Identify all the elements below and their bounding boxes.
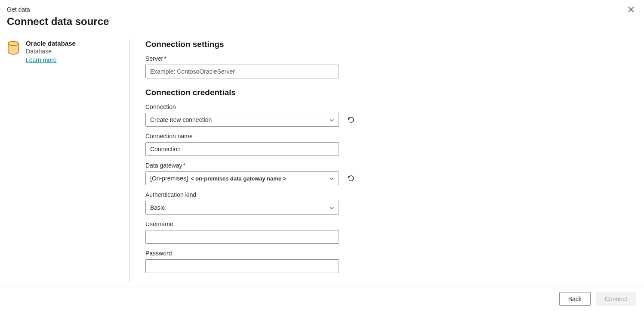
connection-name-input[interactable] [145,142,339,156]
source-name: Oracle database [26,40,76,47]
connect-button[interactable]: Connect [596,292,636,306]
username-input[interactable] [145,230,339,244]
refresh-icon [347,116,355,124]
chevron-down-icon [329,176,334,181]
oracle-database-icon [7,40,20,54]
dialog-header: Get data Connect data source [0,0,644,28]
username-label: Username [145,221,637,227]
refresh-gateway-button[interactable] [347,174,355,183]
required-asterisk: * [183,162,185,169]
data-gateway-label: Data gateway* [145,162,637,169]
server-input[interactable] [145,65,339,78]
password-label: Password [145,250,637,257]
required-asterisk: * [164,55,166,62]
connection-label: Connection [145,103,637,110]
breadcrumb: Get data [7,6,637,13]
data-source-sidebar: Oracle database Database Learn more [7,40,130,282]
connection-credentials-heading: Connection credentials [145,88,637,97]
refresh-connection-button[interactable] [347,115,355,124]
back-button[interactable]: Back [559,292,591,306]
connection-name-label: Connection name [145,133,637,140]
refresh-icon [347,174,355,182]
learn-more-link[interactable]: Learn more [26,56,57,63]
chevron-down-icon [329,205,334,210]
connection-settings-heading: Connection settings [145,40,637,49]
data-gateway-dropdown[interactable]: [On-premises] < on-premises data gateway… [145,171,339,185]
form-panel: Connection settings Server* Connection c… [130,40,637,282]
source-type: Database [26,48,76,55]
auth-kind-label: Authentication kind [145,191,637,198]
auth-kind-dropdown[interactable]: Basic [145,201,339,215]
server-label: Server* [145,55,637,62]
close-button[interactable] [627,5,635,14]
chevron-down-icon [329,117,334,122]
page-title: Connect data source [7,16,637,28]
dialog-footer: Back Connect [0,286,644,311]
close-icon [628,6,634,12]
connection-dropdown[interactable]: Create new connection [145,113,339,127]
password-input[interactable] [145,259,339,273]
